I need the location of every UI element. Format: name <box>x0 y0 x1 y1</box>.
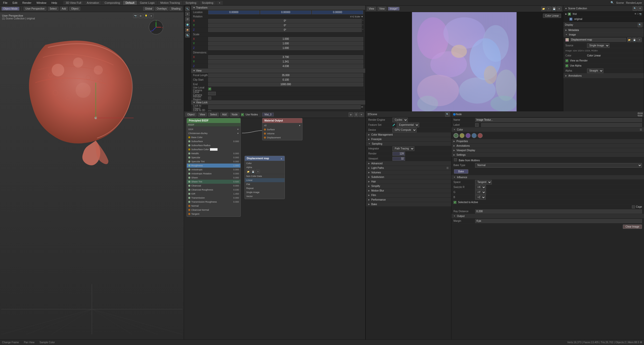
linear-row[interactable]: Linear <box>245 178 285 182</box>
hair-header[interactable]: ▶ Hair <box>366 179 451 184</box>
sheen-socket[interactable]: Sheen 0.000 <box>187 176 240 180</box>
view-section-header[interactable]: ▼ View <box>191 69 365 73</box>
camera-icon[interactable]: 📷 <box>133 14 138 18</box>
mode-select[interactable]: Object Mode <box>2 7 19 11</box>
tab-add[interactable]: + <box>216 1 223 5</box>
view-as-render-row[interactable]: ✓ View as Render <box>563 58 644 63</box>
select-btn[interactable]: Select <box>48 7 58 11</box>
menu-render[interactable]: Render <box>21 1 33 5</box>
scene-icon[interactable]: 🎬 <box>185 17 190 22</box>
output-section-header[interactable]: ▼ Output <box>451 214 644 218</box>
displacement-socket[interactable]: Displacement <box>262 136 302 140</box>
metallic-socket[interactable]: Metallic 0.000 <box>187 151 240 155</box>
local-camera-field[interactable] <box>208 92 216 95</box>
clip-start[interactable]: 0.100 <box>208 78 363 82</box>
dim-x[interactable]: 3.790 <box>208 55 363 59</box>
swizzle-r-select[interactable]: +X <box>475 185 486 190</box>
material-name[interactable]: Mat_0 <box>262 113 274 116</box>
color-swatch-red[interactable] <box>478 133 483 138</box>
view-btn[interactable]: User Perspective <box>24 7 46 11</box>
tangent-socket[interactable]: Tangent <box>187 212 240 216</box>
color-swatch-blue[interactable] <box>472 133 477 138</box>
sheen-tint-socket[interactable]: Sheen Tint 0.500 <box>187 180 240 184</box>
add-btn[interactable]: Add <box>60 7 68 11</box>
rotation-y[interactable]: 0° <box>208 23 362 27</box>
img-save-icon[interactable]: 💾 <box>552 7 556 11</box>
displacement-map-node[interactable]: Displacement map ▲ Color Alpha 📁 💾 <box>244 156 285 199</box>
image-canvas[interactable]: Color Linear <box>365 12 563 111</box>
advanced-header[interactable]: ▶ Advanced <box>366 161 451 166</box>
motion-blur-header[interactable]: ▶ Motion Blur <box>366 189 451 193</box>
all-option[interactable]: All ▼ <box>262 123 302 128</box>
object-props-icon[interactable]: 📦 <box>185 28 190 32</box>
use-alpha-row[interactable]: ✓ Use Alpha <box>563 63 644 68</box>
overlays-btn[interactable]: Overlays <box>155 7 168 11</box>
subsurface-radius-socket[interactable]: Subsurface Radius <box>187 143 240 147</box>
scale-y[interactable]: 1.000 <box>208 42 363 46</box>
specular-tint-socket[interactable]: Specular Tint 0.000 <box>187 160 240 164</box>
menu-window[interactable]: Window <box>36 1 47 5</box>
view-as-render-check[interactable]: ✓ <box>565 59 568 62</box>
image-section-header[interactable]: ▼ Image <box>563 33 644 37</box>
repeat-row[interactable]: Repeat <box>245 186 285 190</box>
bake-section-header[interactable]: ▶ Bake <box>366 202 451 207</box>
dim-y[interactable]: 1.341 <box>208 60 363 64</box>
grid-icon[interactable]: ⊞ <box>138 14 143 18</box>
focal-length[interactable]: 35.000 <box>208 73 363 77</box>
volume-socket[interactable]: Volume <box>262 132 302 136</box>
single-image-row[interactable]: Single Image <box>245 190 285 194</box>
lighting-icon[interactable]: 💡 <box>144 14 148 18</box>
margin-field[interactable] <box>475 219 642 223</box>
light-paths-header[interactable]: ▶ Light Paths ☰ <box>366 166 451 170</box>
properties-section-header[interactable]: ▶ Properties <box>451 139 644 144</box>
subdivision-header[interactable]: ▶ Subdivision <box>366 175 451 179</box>
bake-type-select[interactable]: Normal <box>475 163 642 168</box>
tab-sculpting[interactable]: Sculpting <box>199 1 216 5</box>
performance-header[interactable]: ▶ Performance <box>366 198 451 202</box>
freestyle-header[interactable]: ▶ Freestyle <box>366 137 451 142</box>
frist-select-icon[interactable]: ☉ <box>637 13 639 15</box>
device-select[interactable]: GPU Compute <box>392 128 417 132</box>
space-select[interactable]: Tangent <box>475 180 492 184</box>
display-zoom[interactable]: 🔍 <box>638 23 642 27</box>
view-lock-header[interactable]: ▼ View Lock <box>191 100 365 105</box>
influence-section-header[interactable]: ▼ Influence <box>451 175 644 180</box>
tab-default[interactable]: Default <box>123 1 137 5</box>
subsurface-socket[interactable]: Subsurface 0.000 <box>187 139 240 143</box>
principled-bsdf-node[interactable]: Principled BSDF BSDF GGX ▼ Christensen-B… <box>187 118 241 217</box>
use-alpha-check[interactable]: ✓ <box>565 64 568 67</box>
node-list-icon[interactable]: ☰ <box>354 112 358 117</box>
img-name-field[interactable]: Displacement map <box>570 38 626 42</box>
tab-3d-view-full[interactable]: 3D View Full <box>63 1 84 5</box>
color-section-header[interactable]: ▼ Color ☰ <box>451 128 644 132</box>
np-annotations-header[interactable]: ▶ Annotations <box>451 144 644 148</box>
view-select[interactable]: View <box>198 113 207 116</box>
tab-game-logic[interactable]: Game Logic <box>137 1 157 5</box>
frist-render-icon[interactable]: 📷 <box>639 13 642 15</box>
disp-icon-1[interactable]: 📁 <box>246 170 250 173</box>
vector-row[interactable]: Vector <box>245 194 285 198</box>
global-select[interactable]: Global <box>143 7 154 11</box>
render-samples[interactable] <box>392 152 405 156</box>
use-nodes-check[interactable]: ✓ <box>241 113 244 116</box>
img-close-icon[interactable]: ✕ <box>557 7 562 11</box>
viewport-display-header[interactable]: ▶ Viewport Display <box>451 148 644 153</box>
transform-section-header[interactable]: ▼ Transform <box>191 6 365 10</box>
color-swatch-green[interactable] <box>453 133 458 138</box>
img-new-icon[interactable]: + <box>546 7 551 11</box>
location-y[interactable]: 0.00000 <box>260 10 312 14</box>
tab-compositing[interactable]: Compositing <box>102 1 122 5</box>
ggx-row[interactable]: GGX ▼ <box>187 127 240 131</box>
node-close-icon[interactable]: ✕ <box>359 112 364 117</box>
node-label-check[interactable] <box>475 123 479 127</box>
clip-end[interactable]: 1000.000 <box>208 82 363 86</box>
disp-alpha-row[interactable]: Alpha <box>245 165 285 169</box>
tab-scripting[interactable]: Scripting <box>183 1 199 5</box>
subsurface-color-socket[interactable]: Subsurface Color <box>187 147 240 151</box>
disp-close-icon[interactable]: ▲ <box>280 157 283 160</box>
feature-set-select[interactable]: Experimental <box>397 123 419 127</box>
render-engine-select[interactable]: Cycles <box>392 118 408 122</box>
view-icon[interactable]: 👁 <box>185 12 190 16</box>
volumes-header[interactable]: ▶ Volumes <box>366 170 451 175</box>
img-annotations-header[interactable]: ▶ Annotations <box>563 74 644 78</box>
